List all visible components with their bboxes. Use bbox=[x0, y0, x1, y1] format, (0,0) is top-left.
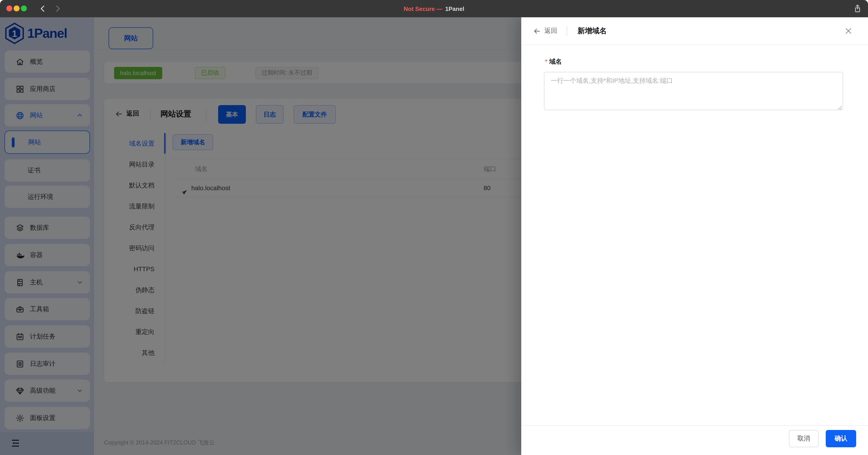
drawer-header: 返回 新增域名 bbox=[521, 17, 868, 45]
app-page: 1 1Panel 概览 应用商店 网站 网站 bbox=[0, 17, 868, 455]
confirm-button[interactable]: 确认 bbox=[826, 430, 856, 447]
cancel-button[interactable]: 取消 bbox=[789, 430, 818, 447]
resize-handle-icon[interactable] bbox=[837, 104, 842, 109]
not-secure-label: Not Secure — bbox=[404, 5, 443, 12]
drawer-footer: 取消 确认 bbox=[521, 425, 868, 455]
back-arrow-icon bbox=[533, 27, 541, 35]
add-domain-drawer: 返回 新增域名 *域名 取消 确认 bbox=[521, 17, 868, 455]
browser-window: Not Secure — 1Panel 1 1Panel 概览 bbox=[0, 0, 868, 455]
domain-field-label: *域名 bbox=[545, 58, 562, 66]
browser-titlebar: Not Secure — 1Panel bbox=[0, 0, 868, 17]
domain-input-textarea[interactable] bbox=[544, 72, 843, 110]
drawer-title: 新增域名 bbox=[578, 17, 607, 45]
page-title-label: 1Panel bbox=[445, 5, 464, 12]
drawer-back-button[interactable]: 返回 bbox=[533, 17, 557, 45]
browser-title: Not Secure — 1Panel bbox=[0, 0, 868, 17]
drawer-back-label: 返回 bbox=[545, 27, 557, 35]
close-icon[interactable] bbox=[844, 27, 852, 35]
required-asterisk: * bbox=[545, 58, 547, 65]
divider bbox=[567, 26, 567, 36]
share-icon[interactable] bbox=[852, 4, 863, 13]
